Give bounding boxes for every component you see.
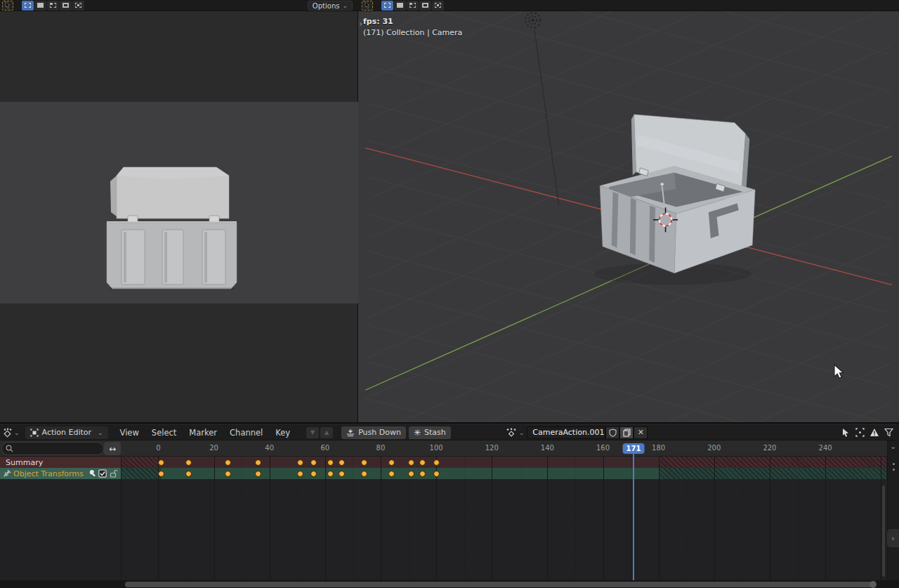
scrollbar-zoom-handle[interactable]	[870, 581, 877, 588]
vertical-scrollbar[interactable]	[882, 485, 885, 577]
menu-channel[interactable]: Channel	[223, 428, 269, 438]
light-direction-line	[534, 28, 559, 205]
select-mode-extend-button[interactable]	[34, 1, 46, 11]
keyframe-dot[interactable]	[361, 459, 367, 466]
timeline-ruler[interactable]: 020406080100120140160180200220240171	[0, 440, 899, 457]
select-mode-new-button[interactable]	[381, 1, 393, 11]
wrench-modifier-icon[interactable]	[86, 469, 96, 478]
checkbox-enabled-icon[interactable]	[98, 469, 107, 478]
sidebar-toggle-tab[interactable]: ›	[887, 529, 899, 547]
keyframe-dot[interactable]	[185, 459, 192, 466]
keyframe-dot[interactable]	[185, 471, 192, 477]
show-hidden-frame-icon[interactable]	[855, 428, 865, 437]
only-errors-warning-icon[interactable]	[870, 428, 879, 437]
new-action-copy-button[interactable]	[619, 426, 634, 439]
keyframe-dot[interactable]	[255, 459, 261, 466]
select-mode-extend-button[interactable]	[394, 1, 406, 11]
fake-user-shield-button[interactable]	[605, 426, 619, 439]
select-mode-invert-button[interactable]	[60, 1, 72, 11]
move-up-button[interactable]: ▲	[320, 427, 333, 438]
viewport-perspective[interactable]: fps: 31 (171) Collection | Camera ‹ ›	[358, 0, 899, 422]
pin-icon[interactable]	[3, 469, 11, 478]
lock-open-icon[interactable]	[110, 469, 118, 478]
horizontal-scrollbar-track[interactable]	[0, 580, 899, 588]
keyframe-dot[interactable]	[158, 471, 164, 477]
channel-row-summary[interactable]: Summary	[0, 457, 121, 468]
keyframe-dot[interactable]	[388, 471, 395, 477]
editor-mode-dropdown[interactable]: Action Editor ⌄	[25, 426, 108, 439]
keyframe-track-area[interactable]	[0, 457, 899, 580]
ruler-label: 100	[430, 444, 443, 452]
menu-select[interactable]: Select	[145, 428, 183, 438]
keyframe-dot[interactable]	[225, 459, 231, 466]
grid-line-minor	[798, 457, 799, 580]
push-down-button[interactable]: Push Down	[341, 426, 406, 439]
select-mode-intersect-button[interactable]	[432, 1, 444, 11]
keyframe-dot[interactable]	[339, 471, 345, 477]
keyframe-dot[interactable]	[339, 459, 345, 466]
grid-line-minor	[631, 457, 631, 580]
chevron-down-icon: ⌄	[98, 429, 103, 436]
select-new-icon	[25, 3, 31, 8]
keyframe-dot[interactable]	[408, 471, 414, 477]
move-down-button[interactable]: ▼	[306, 427, 319, 438]
ruler-label: 20	[209, 444, 218, 452]
filter-funnel-icon[interactable]	[884, 428, 893, 437]
keyframe-dot[interactable]	[433, 459, 440, 466]
unlink-action-button[interactable]: ✕	[634, 426, 648, 439]
active-tool-tweak-button[interactable]	[2, 1, 13, 11]
select-mode-intersect-button[interactable]	[72, 1, 84, 11]
current-frame-badge[interactable]: 171	[623, 443, 645, 454]
select-mode-subtract-button[interactable]	[47, 1, 59, 11]
select-mode-invert-button[interactable]	[419, 1, 431, 11]
keyframe-dot[interactable]	[297, 459, 303, 466]
select-intersect-icon	[435, 3, 441, 8]
select-invert-icon	[422, 3, 428, 8]
keyframe-dot[interactable]	[361, 471, 367, 477]
horizontal-scrollbar-thumb[interactable]	[125, 582, 874, 587]
select-mode-new-button[interactable]	[22, 1, 34, 11]
keyframe-dot[interactable]	[419, 471, 426, 477]
only-selected-cursor-icon[interactable]	[841, 428, 851, 437]
keyframe-dot[interactable]	[327, 471, 334, 477]
keyframe-dot[interactable]	[310, 459, 317, 466]
keyframe-dot[interactable]	[388, 459, 395, 466]
duplicate-icon	[623, 429, 631, 437]
light-gizmo[interactable]	[525, 13, 540, 27]
viewport-camera[interactable]: Options ⌄	[0, 0, 358, 422]
stash-button[interactable]: ✳ Stash	[409, 426, 451, 439]
chest-front-render	[0, 0, 358, 422]
grid-line-major	[381, 457, 381, 580]
keyframe-dot[interactable]	[225, 471, 231, 477]
keyframe-dot[interactable]	[327, 459, 334, 466]
expand-channels-button[interactable]: ↔	[104, 442, 121, 455]
ruler-label: 180	[652, 444, 665, 452]
chest-open-render[interactable]	[594, 115, 755, 285]
action-browse-dropdown[interactable]: ⌄	[506, 428, 525, 437]
keyframe-dot[interactable]	[408, 459, 414, 466]
playhead-line[interactable]	[633, 454, 634, 580]
select-mode-subtract-button[interactable]	[407, 1, 419, 11]
keyframe-dot[interactable]	[419, 459, 426, 466]
tool-options-dropdown[interactable]: Options ⌄	[308, 1, 353, 11]
menu-view[interactable]: View	[114, 428, 145, 438]
region-split-right-icon[interactable]: ›	[359, 20, 362, 27]
active-tool-tweak-button-right[interactable]	[362, 1, 373, 11]
grid-line-major	[714, 457, 715, 580]
channel-row-object-transforms[interactable]: Object Transforms	[0, 468, 121, 479]
keyframe-dot[interactable]	[297, 471, 303, 477]
keyframe-dot[interactable]	[433, 471, 440, 477]
editor-type-dropdown[interactable]: ⌄	[2, 428, 20, 438]
menu-key[interactable]: Key	[269, 428, 296, 438]
keyframe-dot[interactable]	[310, 471, 317, 477]
channel-search-input[interactable]	[1, 442, 104, 455]
keyframe-dot[interactable]	[255, 471, 261, 477]
keyframe-dot[interactable]	[158, 459, 164, 466]
action-name-field[interactable]: CameraAction.001	[527, 426, 605, 439]
ruler-label: 60	[320, 444, 329, 452]
ruler-label: 0	[156, 444, 160, 452]
dope-sheet-right-gutter: ⌄	[887, 440, 899, 580]
select-subtract-icon	[409, 3, 416, 8]
chevron-down-icon[interactable]: ⌄	[890, 442, 896, 451]
menu-marker[interactable]: Marker	[183, 428, 223, 438]
